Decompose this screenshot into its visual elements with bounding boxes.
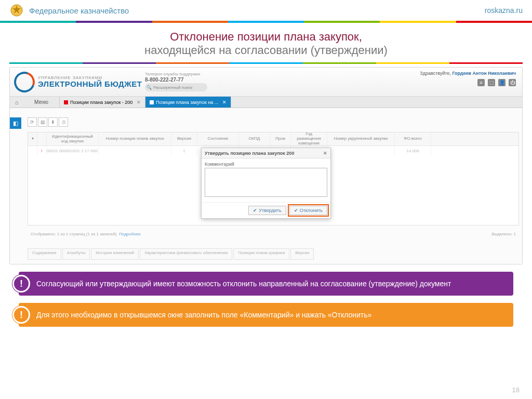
close-icon[interactable]: ✕	[323, 151, 327, 156]
slide-title: Отклонение позиции плана закупок, находя…	[0, 30, 532, 57]
tab-label: Позиции плана закупок на ...	[156, 100, 218, 105]
toolbar-icon-2[interactable]: ⬚	[488, 79, 495, 86]
doc-icon[interactable]: ▤	[38, 117, 47, 127]
col-prov[interactable]: Пров	[270, 132, 291, 145]
comment-textarea[interactable]	[205, 168, 327, 197]
col-fo[interactable]: ФО всего	[395, 132, 431, 145]
app-header: УПРАВЛЕНИЕ ЗАКУПКАМИ ЭЛЕКТРОННЫЙ БЮДЖЕТ …	[10, 68, 522, 97]
menu-button[interactable]: Меню	[23, 97, 60, 108]
approve-button[interactable]: ✔Утвердить	[248, 206, 286, 215]
detail-tab-schedule[interactable]: Позиции плана-графика	[233, 248, 289, 260]
approve-label: Утвердить	[259, 208, 281, 213]
slide-title-line1: Отклонение позиции плана закупок,	[0, 30, 532, 44]
tab-dot-icon	[150, 100, 154, 104]
col-god[interactable]: Год размещения извещения	[291, 132, 327, 145]
support-label: Телефон службы поддержки	[145, 72, 200, 77]
grid-footer: Отображено: 1 из 1 страниц (1 из 1 запис…	[28, 229, 519, 239]
home-icon[interactable]: ⌂	[10, 97, 23, 108]
col-okpd[interactable]: ОКПД	[239, 132, 270, 145]
col-check[interactable]: ▾	[28, 132, 37, 145]
slide-title-line2: находящейся на согласовании (утверждении…	[0, 44, 532, 57]
detail-tab-versions[interactable]: Версии	[290, 248, 314, 260]
reject-label: Отклонить	[300, 208, 323, 213]
page-number: 18	[512, 386, 520, 394]
rainbow-divider	[0, 21, 532, 23]
tab-positions-approval[interactable]: Позиции плана закупок на ... ✕	[145, 97, 231, 108]
col-ver[interactable]: Версия	[171, 132, 197, 145]
detail-tab-history[interactable]: История изменений	[91, 248, 139, 260]
org-title: Федеральное казначейство	[29, 6, 485, 15]
site-link[interactable]: roskazna.ru	[485, 6, 523, 15]
logo-ring-icon	[10, 68, 38, 96]
footer-count: Отображено: 1 из 1 страниц (1 из 1 запис…	[31, 232, 117, 236]
cell-fo: 14,000	[395, 146, 431, 155]
greeting: Здравствуйте, Гордеев Антон Николаевич	[420, 71, 516, 76]
footer-selected: Выделено: 1	[491, 232, 516, 236]
support-phone: 8-800-222-27-77	[145, 77, 200, 83]
check-icon: ✔	[294, 208, 298, 213]
cell-num	[99, 146, 171, 155]
refresh-icon[interactable]: ⟳	[28, 117, 37, 127]
greeting-prefix: Здравствуйте,	[420, 71, 452, 76]
support-block: Телефон службы поддержки 8-800-222-27-77	[145, 72, 200, 83]
exclaim-icon: !	[12, 275, 30, 292]
tab-positions-200[interactable]: Позиции плана закупок - 200 ✕	[60, 97, 145, 108]
toolbar-icon-3[interactable]: 👤	[498, 79, 506, 86]
details-link[interactable]: Подробнее	[119, 232, 141, 236]
grid-toolbar: ⟳ ▤ ⬇ ⎙	[28, 117, 68, 127]
dialog-title: Утвердить позицию плана закупок 200	[205, 151, 294, 156]
comment-label: Комментарий	[205, 162, 327, 167]
detail-tab-attrs[interactable]: Атрибуты	[62, 248, 90, 260]
col-nuz[interactable]: Номер укрупненной закупки	[327, 132, 395, 145]
callout-orange: ! Для этого необходимо в открывшемся окн…	[19, 303, 513, 327]
callout-purple: ! Согласующий или утверждающий имеют воз…	[19, 272, 513, 296]
exclaim-icon: !	[12, 306, 30, 324]
cell-nuz	[327, 146, 395, 155]
callout-text: Согласующий или утверждающий имеют возмо…	[19, 275, 460, 292]
rainbow-divider-2	[9, 62, 523, 64]
app-logo: УПРАВЛЕНИЕ ЗАКУПКАМИ ЭЛЕКТРОННЫЙ БЮДЖЕТ	[14, 72, 142, 92]
check-icon: ✔	[253, 208, 257, 213]
close-icon[interactable]: ✕	[137, 100, 141, 105]
search-input[interactable]: Расширенный поиск	[145, 83, 207, 91]
callout-text: Для этого необходимо в открывшемся окне …	[19, 306, 381, 324]
flag-icon: !	[37, 146, 47, 155]
tab-dot-icon	[64, 100, 68, 104]
detail-tab-fin[interactable]: Характеристика финансового обеспечения	[140, 248, 232, 260]
side-tab-icon[interactable]: ◧	[10, 117, 21, 129]
col-ikz[interactable]: Идентификационный код закупки	[47, 132, 99, 145]
col-flag	[37, 132, 47, 145]
col-num[interactable]: Номер позиции плана закупок	[99, 132, 171, 145]
reject-button[interactable]: ✔Отклонить	[289, 206, 327, 215]
cell-ikz: 3000000031 000001691 2 17 0001 1701	[47, 146, 99, 155]
toolbar-icon-1[interactable]: ≡	[477, 79, 485, 86]
approve-dialog: Утвердить позицию плана закупок 200 ✕ Ко…	[201, 148, 331, 219]
header-toolbar: ≡ ⬚ 👤 ⏻	[477, 79, 516, 86]
print-icon[interactable]: ⎙	[59, 117, 68, 127]
close-icon[interactable]: ✕	[222, 100, 227, 105]
export-icon[interactable]: ⬇	[48, 117, 58, 127]
cell-ver: 1	[171, 146, 197, 155]
detail-tabs: Содержание Атрибуты История изменений Ха…	[28, 248, 519, 260]
col-stat[interactable]: Состояние	[197, 132, 239, 145]
tab-strip: ⌂ Меню Позиции плана закупок - 200 ✕ Поз…	[10, 97, 522, 108]
toolbar-icon-4[interactable]: ⏻	[509, 79, 516, 86]
tab-label: Позиции плана закупок - 200	[70, 100, 132, 105]
emblem-icon	[9, 3, 24, 18]
logo-title: ЭЛЕКТРОННЫЙ БЮДЖЕТ	[38, 80, 142, 88]
detail-tab-content[interactable]: Содержание	[28, 248, 61, 260]
greeting-user: Гордеев Антон Николаевич	[452, 71, 516, 76]
